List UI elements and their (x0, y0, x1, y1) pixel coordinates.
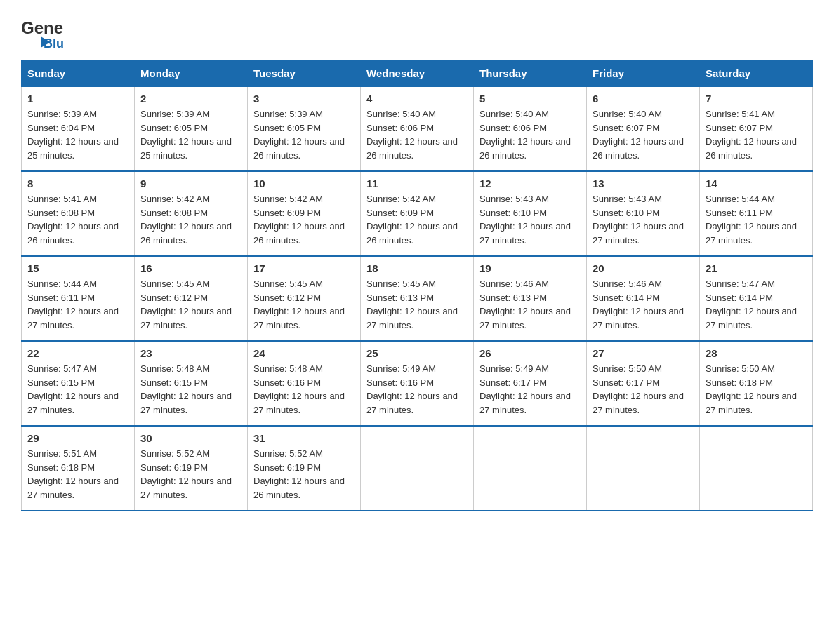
day-info: Sunrise: 5:48 AMSunset: 6:15 PMDaylight:… (140, 362, 241, 417)
day-number: 15 (27, 262, 128, 274)
calendar-cell: 24 Sunrise: 5:48 AMSunset: 6:16 PMDaylig… (248, 341, 361, 426)
calendar-week-1: 1 Sunrise: 5:39 AMSunset: 6:04 PMDayligh… (22, 87, 813, 172)
calendar-cell (700, 426, 813, 511)
calendar-cell: 17 Sunrise: 5:45 AMSunset: 6:12 PMDaylig… (248, 256, 361, 341)
day-number: 13 (593, 177, 694, 189)
calendar-week-2: 8 Sunrise: 5:41 AMSunset: 6:08 PMDayligh… (22, 171, 813, 256)
calendar-cell: 15 Sunrise: 5:44 AMSunset: 6:11 PMDaylig… (22, 256, 135, 341)
page-header: General Blue (21, 14, 813, 53)
day-info: Sunrise: 5:45 AMSunset: 6:12 PMDaylight:… (140, 277, 241, 332)
day-number: 7 (706, 93, 807, 105)
calendar-cell: 2 Sunrise: 5:39 AMSunset: 6:05 PMDayligh… (135, 87, 248, 172)
day-number: 19 (479, 262, 581, 274)
day-info: Sunrise: 5:51 AMSunset: 6:18 PMDaylight:… (27, 447, 128, 502)
calendar-cell: 8 Sunrise: 5:41 AMSunset: 6:08 PMDayligh… (22, 171, 135, 256)
calendar-cell: 16 Sunrise: 5:45 AMSunset: 6:12 PMDaylig… (135, 256, 248, 341)
day-number: 4 (366, 93, 468, 105)
day-number: 18 (366, 262, 468, 274)
calendar-cell: 9 Sunrise: 5:42 AMSunset: 6:08 PMDayligh… (135, 171, 248, 256)
calendar-cell: 21 Sunrise: 5:47 AMSunset: 6:14 PMDaylig… (700, 256, 813, 341)
day-info: Sunrise: 5:46 AMSunset: 6:14 PMDaylight:… (593, 277, 694, 332)
day-info: Sunrise: 5:39 AMSunset: 6:05 PMDaylight:… (140, 107, 241, 162)
day-number: 16 (140, 262, 241, 274)
day-number: 23 (140, 347, 241, 359)
calendar-cell: 14 Sunrise: 5:44 AMSunset: 6:11 PMDaylig… (700, 171, 813, 256)
day-info: Sunrise: 5:42 AMSunset: 6:09 PMDaylight:… (366, 192, 468, 247)
day-info: Sunrise: 5:42 AMSunset: 6:09 PMDaylight:… (253, 192, 355, 247)
svg-text:Blue: Blue (44, 36, 63, 51)
day-info: Sunrise: 5:44 AMSunset: 6:11 PMDaylight:… (27, 277, 128, 332)
calendar-cell: 19 Sunrise: 5:46 AMSunset: 6:13 PMDaylig… (474, 256, 587, 341)
day-info: Sunrise: 5:42 AMSunset: 6:08 PMDaylight:… (140, 192, 241, 247)
day-number: 25 (366, 347, 468, 359)
calendar-cell: 10 Sunrise: 5:42 AMSunset: 6:09 PMDaylig… (248, 171, 361, 256)
day-number: 22 (27, 347, 128, 359)
day-info: Sunrise: 5:40 AMSunset: 6:06 PMDaylight:… (366, 107, 468, 162)
day-number: 28 (706, 347, 807, 359)
day-number: 10 (253, 177, 355, 189)
calendar-cell (361, 426, 474, 511)
day-info: Sunrise: 5:48 AMSunset: 6:16 PMDaylight:… (253, 362, 355, 417)
day-info: Sunrise: 5:49 AMSunset: 6:17 PMDaylight:… (479, 362, 581, 417)
day-number: 11 (366, 177, 468, 189)
calendar-cell: 7 Sunrise: 5:41 AMSunset: 6:07 PMDayligh… (700, 87, 813, 172)
day-info: Sunrise: 5:39 AMSunset: 6:05 PMDaylight:… (253, 107, 355, 162)
day-info: Sunrise: 5:50 AMSunset: 6:18 PMDaylight:… (706, 362, 807, 417)
svg-text:General: General (21, 18, 63, 37)
day-number: 26 (479, 347, 581, 359)
calendar-cell: 25 Sunrise: 5:49 AMSunset: 6:16 PMDaylig… (361, 341, 474, 426)
day-number: 30 (140, 432, 241, 444)
day-number: 24 (253, 347, 355, 359)
day-number: 5 (479, 93, 581, 105)
day-info: Sunrise: 5:47 AMSunset: 6:15 PMDaylight:… (27, 362, 128, 417)
calendar-cell: 3 Sunrise: 5:39 AMSunset: 6:05 PMDayligh… (248, 87, 361, 172)
weekday-header-tuesday: Tuesday (248, 60, 361, 87)
day-info: Sunrise: 5:41 AMSunset: 6:08 PMDaylight:… (27, 192, 128, 247)
weekday-header-wednesday: Wednesday (361, 60, 474, 87)
day-number: 12 (479, 177, 581, 189)
weekday-header-thursday: Thursday (474, 60, 587, 87)
day-number: 1 (27, 93, 128, 105)
day-number: 8 (27, 177, 128, 189)
calendar-cell: 18 Sunrise: 5:45 AMSunset: 6:13 PMDaylig… (361, 256, 474, 341)
day-info: Sunrise: 5:52 AMSunset: 6:19 PMDaylight:… (140, 447, 241, 502)
weekday-header-sunday: Sunday (22, 60, 135, 87)
calendar-cell: 23 Sunrise: 5:48 AMSunset: 6:15 PMDaylig… (135, 341, 248, 426)
calendar-cell: 5 Sunrise: 5:40 AMSunset: 6:06 PMDayligh… (474, 87, 587, 172)
day-number: 31 (253, 432, 355, 444)
day-info: Sunrise: 5:45 AMSunset: 6:13 PMDaylight:… (366, 277, 468, 332)
calendar-cell: 6 Sunrise: 5:40 AMSunset: 6:07 PMDayligh… (587, 87, 700, 172)
calendar-cell: 22 Sunrise: 5:47 AMSunset: 6:15 PMDaylig… (22, 341, 135, 426)
day-number: 2 (140, 93, 241, 105)
weekday-header-row: SundayMondayTuesdayWednesdayThursdayFrid… (22, 60, 813, 87)
day-info: Sunrise: 5:50 AMSunset: 6:17 PMDaylight:… (593, 362, 694, 417)
day-number: 21 (706, 262, 807, 274)
day-number: 14 (706, 177, 807, 189)
day-info: Sunrise: 5:46 AMSunset: 6:13 PMDaylight:… (479, 277, 581, 332)
day-number: 29 (27, 432, 128, 444)
logo: General Blue (21, 14, 63, 53)
day-info: Sunrise: 5:39 AMSunset: 6:04 PMDaylight:… (27, 107, 128, 162)
day-info: Sunrise: 5:40 AMSunset: 6:07 PMDaylight:… (593, 107, 694, 162)
calendar-cell: 11 Sunrise: 5:42 AMSunset: 6:09 PMDaylig… (361, 171, 474, 256)
day-info: Sunrise: 5:52 AMSunset: 6:19 PMDaylight:… (253, 447, 355, 502)
calendar-cell (587, 426, 700, 511)
calendar-cell: 12 Sunrise: 5:43 AMSunset: 6:10 PMDaylig… (474, 171, 587, 256)
calendar-cell: 28 Sunrise: 5:50 AMSunset: 6:18 PMDaylig… (700, 341, 813, 426)
calendar-cell: 13 Sunrise: 5:43 AMSunset: 6:10 PMDaylig… (587, 171, 700, 256)
day-info: Sunrise: 5:47 AMSunset: 6:14 PMDaylight:… (706, 277, 807, 332)
day-info: Sunrise: 5:44 AMSunset: 6:11 PMDaylight:… (706, 192, 807, 247)
day-info: Sunrise: 5:43 AMSunset: 6:10 PMDaylight:… (479, 192, 581, 247)
day-info: Sunrise: 5:49 AMSunset: 6:16 PMDaylight:… (366, 362, 468, 417)
calendar-week-5: 29 Sunrise: 5:51 AMSunset: 6:18 PMDaylig… (22, 426, 813, 511)
calendar-cell: 27 Sunrise: 5:50 AMSunset: 6:17 PMDaylig… (587, 341, 700, 426)
calendar-cell: 30 Sunrise: 5:52 AMSunset: 6:19 PMDaylig… (135, 426, 248, 511)
calendar-table: SundayMondayTuesdayWednesdayThursdayFrid… (21, 60, 813, 511)
calendar-week-4: 22 Sunrise: 5:47 AMSunset: 6:15 PMDaylig… (22, 341, 813, 426)
day-info: Sunrise: 5:41 AMSunset: 6:07 PMDaylight:… (706, 107, 807, 162)
calendar-cell: 20 Sunrise: 5:46 AMSunset: 6:14 PMDaylig… (587, 256, 700, 341)
day-number: 17 (253, 262, 355, 274)
day-info: Sunrise: 5:40 AMSunset: 6:06 PMDaylight:… (479, 107, 581, 162)
calendar-cell: 1 Sunrise: 5:39 AMSunset: 6:04 PMDayligh… (22, 87, 135, 172)
weekday-header-friday: Friday (587, 60, 700, 87)
